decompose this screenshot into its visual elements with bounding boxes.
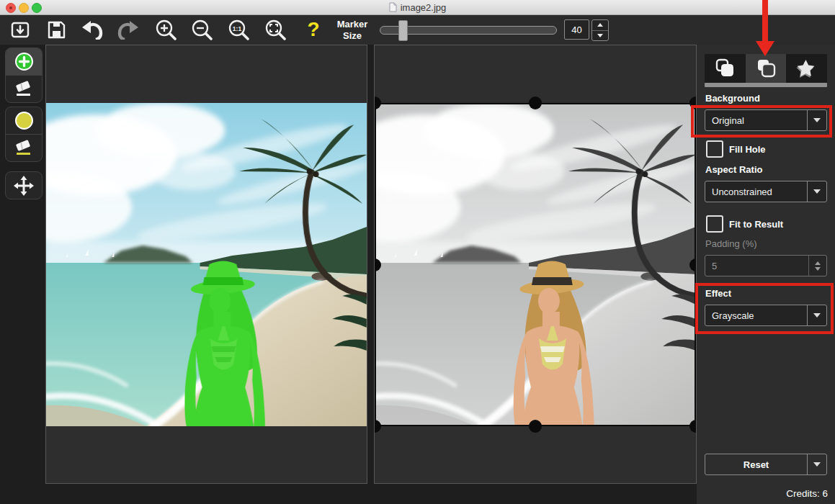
star-icon (795, 58, 818, 79)
dropdown-caret[interactable] (807, 305, 826, 325)
effect-dropdown-value: Grayscale (705, 310, 807, 321)
dropdown-caret[interactable] (807, 181, 826, 202)
zoom-fit-button[interactable] (262, 18, 288, 41)
document-icon (389, 2, 397, 12)
save-icon (46, 19, 66, 40)
source-image-panel[interactable] (45, 45, 367, 484)
slider-thumb[interactable] (398, 20, 408, 41)
redo-button[interactable] (115, 18, 141, 41)
marker-size-slider[interactable] (380, 14, 557, 45)
import-icon (10, 19, 30, 40)
arrow-up-icon (597, 23, 603, 27)
green-plus-icon (14, 52, 34, 71)
arrow-down-icon (597, 34, 603, 37)
background-dropdown-value: Original (705, 115, 807, 126)
foreground-icon (713, 58, 736, 79)
yellow-eraser-tool[interactable] (6, 134, 42, 161)
move-tool[interactable] (6, 172, 42, 199)
fit-to-result-checkbox[interactable] (706, 215, 723, 233)
credits-status: Credits: 6 (786, 488, 828, 499)
yellow-marker-tool-group (5, 107, 43, 162)
stepper-down[interactable] (592, 31, 608, 41)
zoom-in-button[interactable] (153, 18, 179, 41)
chevron-down-icon (813, 313, 821, 318)
yellow-circle-icon (14, 111, 34, 130)
zoom-fit-icon (264, 19, 286, 40)
settings-panel: Background Original Fill Hole Aspect Rat… (697, 45, 835, 504)
marker-size-input[interactable]: 40 (564, 19, 589, 40)
tabs-underline (705, 83, 827, 87)
effects-tab[interactable] (786, 54, 827, 83)
green-eraser-tool[interactable] (6, 75, 42, 102)
help-icon: ? (307, 19, 319, 40)
arrow-up-icon (815, 261, 821, 265)
padding-value: 5 (705, 261, 808, 271)
mode-tabs (705, 54, 827, 83)
chevron-down-icon (813, 118, 821, 122)
move-icon (14, 176, 34, 196)
green-marker-tool[interactable] (6, 48, 42, 75)
chevron-down-icon (813, 189, 821, 194)
reset-dropdown-caret[interactable] (807, 454, 826, 474)
eraser-icon (14, 140, 34, 157)
move-tool-group (5, 171, 43, 199)
zoom-actual-button[interactable]: 1:1 (226, 18, 251, 41)
aspect-ratio-dropdown[interactable]: Unconstrained (705, 181, 827, 202)
background-label: Background (705, 93, 760, 104)
redo-icon (117, 19, 139, 40)
help-button[interactable]: ? (300, 18, 326, 41)
import-button[interactable] (7, 18, 33, 41)
fill-hole-checkbox[interactable] (706, 140, 723, 158)
svg-text:1:1: 1:1 (233, 25, 242, 32)
marker-size-stepper[interactable] (591, 19, 609, 41)
dropdown-caret[interactable] (807, 110, 826, 130)
yellow-marker-tool[interactable] (6, 107, 42, 134)
effect-label: Effect (705, 288, 731, 299)
padding-stepper[interactable] (808, 256, 826, 276)
marker-size-label: Marker Size (330, 19, 375, 41)
annotation-arrow-line (762, 0, 768, 41)
save-button[interactable] (43, 18, 69, 41)
aspect-ratio-label: Aspect Ratio (705, 164, 762, 175)
annotation-arrow-head (756, 41, 774, 56)
background-tab[interactable] (746, 54, 787, 83)
reset-button-label: Reset (705, 459, 807, 470)
effect-dropdown[interactable]: Grayscale (705, 305, 827, 326)
eraser-icon (14, 81, 34, 98)
arrow-down-icon (815, 267, 821, 271)
padding-label: Padding (%) (705, 238, 757, 249)
result-beach-photo[interactable] (375, 103, 696, 426)
window-title: image2.jpg (0, 0, 835, 14)
zoom-out-icon (191, 19, 213, 40)
fit-to-result-label: Fit to Result (729, 219, 783, 230)
chevron-down-icon (813, 462, 821, 467)
zoom-out-button[interactable] (189, 18, 215, 41)
padding-input[interactable]: 5 (705, 255, 827, 276)
background-icon (754, 58, 777, 79)
foreground-tab[interactable] (705, 54, 746, 83)
marker-tool-group (5, 48, 43, 103)
toolbar: 1:1 ? Marker Size 40 (0, 14, 835, 45)
aspect-ratio-dropdown-value: Unconstrained (705, 186, 807, 197)
fill-hole-label: Fill Hole (729, 144, 766, 155)
reset-button[interactable]: Reset (705, 454, 827, 475)
window-title-text: image2.jpg (401, 2, 447, 13)
stepper-up[interactable] (592, 20, 608, 31)
result-image-panel[interactable] (374, 45, 697, 484)
undo-button[interactable] (79, 18, 105, 41)
titlebar: image2.jpg (0, 0, 835, 15)
zoom-actual-icon: 1:1 (228, 19, 249, 40)
background-dropdown[interactable]: Original (705, 109, 827, 131)
source-beach-photo[interactable] (46, 103, 367, 426)
undo-icon (81, 19, 103, 40)
zoom-in-icon (155, 19, 177, 40)
